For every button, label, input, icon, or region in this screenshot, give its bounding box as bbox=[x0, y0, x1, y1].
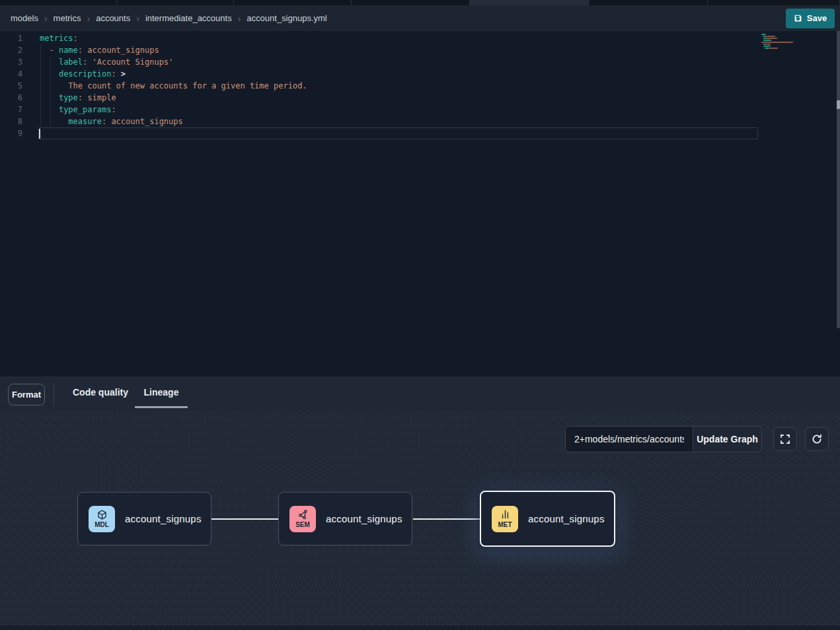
lineage-edge bbox=[211, 518, 278, 520]
editor-tab[interactable] bbox=[352, 0, 470, 5]
code-token bbox=[40, 105, 59, 114]
chevron-right-icon: › bbox=[44, 14, 48, 23]
breadcrumb-item[interactable]: accounts bbox=[96, 13, 130, 23]
node-badge: SEM bbox=[289, 506, 316, 532]
minimap-line bbox=[761, 44, 802, 45]
tab-code-quality[interactable]: Code quality bbox=[69, 376, 132, 407]
code-token: : bbox=[111, 105, 116, 114]
code-line: type: simple bbox=[40, 92, 307, 104]
code-token: label bbox=[59, 57, 83, 67]
code-line: metrics: bbox=[40, 32, 307, 44]
code-editor[interactable]: 123456789 metrics: - name: account_signu… bbox=[0, 31, 840, 376]
format-button[interactable]: Format bbox=[8, 384, 45, 405]
breadcrumb-bar: models›metrics›accounts›intermediate_acc… bbox=[0, 5, 840, 31]
line-number: 8 bbox=[0, 116, 32, 127]
chevron-right-icon: › bbox=[238, 14, 241, 23]
minimap-line bbox=[761, 50, 802, 51]
breadcrumb-item[interactable]: models bbox=[11, 13, 38, 23]
code-token: account_signups bbox=[83, 46, 159, 55]
node-title: account_signups bbox=[528, 513, 605, 524]
code-token: simple bbox=[83, 93, 116, 102]
lineage-node-sem[interactable]: SEMaccount_signups bbox=[278, 492, 412, 545]
node-badge-label: MDL bbox=[95, 521, 109, 528]
code-token: : bbox=[73, 34, 78, 43]
minimap-line bbox=[761, 40, 802, 41]
panel-tab-bar: Format Code quality Lineage bbox=[0, 376, 840, 411]
editor-tab[interactable] bbox=[708, 0, 840, 5]
active-tab-underline bbox=[135, 406, 188, 408]
tab-lineage[interactable]: Lineage bbox=[135, 376, 188, 407]
code-line: measure: account_signups bbox=[40, 116, 307, 127]
minimap-line bbox=[761, 34, 802, 35]
code-content[interactable]: metrics: - name: account_signups label: … bbox=[40, 32, 307, 139]
code-token: metrics bbox=[40, 34, 73, 43]
breadcrumb-item[interactable]: metrics bbox=[54, 13, 81, 23]
chevron-right-icon: › bbox=[87, 14, 90, 23]
node-title: account_signups bbox=[125, 513, 202, 524]
line-number: 5 bbox=[0, 80, 32, 92]
tab-divider bbox=[54, 382, 54, 406]
line-number: 6 bbox=[0, 92, 32, 104]
save-button[interactable]: Save bbox=[786, 9, 835, 28]
chevron-right-icon: › bbox=[136, 14, 139, 23]
code-token: > bbox=[121, 69, 126, 79]
breadcrumb-item[interactable]: account_signups.yml bbox=[247, 13, 326, 23]
code-token: type bbox=[59, 93, 78, 102]
code-token: : bbox=[78, 93, 83, 102]
breadcrumb: models›metrics›accounts›intermediate_acc… bbox=[11, 13, 327, 23]
minimap-line bbox=[761, 46, 802, 47]
code-line: The count of new accounts for a given ti… bbox=[40, 80, 307, 92]
code-token: - bbox=[49, 46, 58, 55]
code-line bbox=[40, 127, 307, 139]
code-token: measure bbox=[68, 117, 102, 126]
lineage-filter-group: Update Graph bbox=[565, 426, 762, 452]
line-number: 1 bbox=[0, 32, 32, 44]
node-badge-label: SEM bbox=[295, 521, 310, 528]
line-number: 9 bbox=[0, 127, 32, 139]
semantic-model-icon bbox=[297, 509, 309, 520]
code-token bbox=[40, 117, 68, 126]
lineage-node-mdl[interactable]: MDLaccount_signups bbox=[77, 492, 211, 545]
code-line: label: 'Account Signups' bbox=[40, 56, 307, 68]
minimap-line bbox=[761, 36, 802, 37]
scrollbar-cursor-marker bbox=[837, 100, 840, 109]
editor-tab[interactable] bbox=[234, 0, 352, 5]
code-token: : bbox=[78, 46, 83, 55]
editor-scrollbar[interactable] bbox=[837, 31, 840, 328]
editor-tab[interactable] bbox=[117, 0, 234, 5]
update-graph-button[interactable]: Update Graph bbox=[693, 427, 761, 452]
lineage-canvas[interactable]: Update Graph MDLaccount_signupsSEMaccoun… bbox=[0, 411, 840, 630]
bottom-strip bbox=[0, 625, 840, 630]
line-number: 3 bbox=[0, 56, 32, 68]
minimap-line bbox=[761, 42, 802, 43]
code-line: type_params: bbox=[40, 104, 307, 116]
node-badge: MDL bbox=[89, 506, 115, 532]
lineage-node-met[interactable]: METaccount_signups bbox=[480, 491, 615, 547]
code-token: name bbox=[59, 46, 78, 55]
line-number: 2 bbox=[0, 44, 32, 56]
line-number: 7 bbox=[0, 104, 32, 116]
refresh-icon bbox=[811, 433, 823, 445]
editor-tab[interactable] bbox=[0, 0, 117, 5]
code-token: type_params bbox=[59, 105, 111, 114]
code-token bbox=[40, 69, 59, 79]
code-token bbox=[116, 69, 121, 79]
code-token bbox=[40, 46, 49, 55]
code-token bbox=[40, 93, 59, 102]
breadcrumb-item[interactable]: intermediate_accounts bbox=[145, 13, 232, 23]
cube-icon bbox=[96, 509, 108, 520]
line-number-gutter: 123456789 bbox=[0, 32, 32, 139]
lineage-filter-input[interactable] bbox=[566, 427, 693, 452]
minimap[interactable] bbox=[761, 34, 802, 52]
fullscreen-expand-icon bbox=[779, 433, 791, 445]
node-badge: MET bbox=[492, 506, 518, 532]
refresh-button[interactable] bbox=[805, 427, 829, 451]
editor-tab-strip bbox=[0, 0, 840, 5]
editor-tab[interactable] bbox=[470, 0, 589, 5]
minimap-line bbox=[761, 48, 802, 49]
fullscreen-button[interactable] bbox=[773, 427, 797, 451]
floppy-disk-icon bbox=[794, 14, 802, 22]
bottom-panel: Format Code quality Lineage Update Graph… bbox=[0, 376, 840, 630]
editor-tab[interactable] bbox=[589, 0, 708, 5]
code-token: 'Account Signups' bbox=[87, 57, 173, 67]
